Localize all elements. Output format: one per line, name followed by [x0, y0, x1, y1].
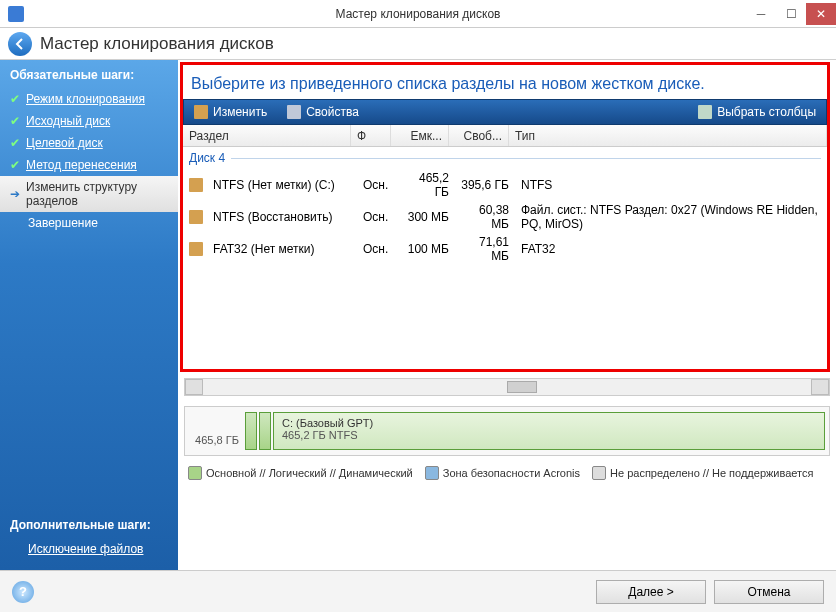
scroll-thumb[interactable]: [507, 381, 537, 393]
cell-name: NTFS (Восстановить): [207, 210, 357, 224]
cell-capacity: 100 МБ: [397, 242, 455, 256]
col-capacity[interactable]: Емк...: [391, 125, 449, 146]
partition-table: Раздел Ф Емк... Своб... Тип Диск 4 NTFS …: [183, 125, 827, 369]
check-icon: ✔: [10, 158, 20, 172]
disk-layout-bar: 465,8 ГБ C: (Базовый GPT) 465,2 ГБ NTFS: [184, 406, 830, 456]
step-label: Исходный диск: [26, 114, 110, 128]
app-icon: [8, 6, 24, 22]
properties-button[interactable]: Свойства: [277, 100, 369, 124]
col-partition[interactable]: Раздел: [183, 125, 351, 146]
legend-acronis-label: Зона безопасности Acronis: [443, 467, 580, 479]
step-label: Метод перенесения: [26, 158, 137, 172]
content-area: Обязательные шаги: ✔ Режим клонирования …: [0, 60, 836, 570]
window-title: Мастер клонирования дисков: [336, 7, 501, 21]
main-panel: Выберите из приведенного списка разделы …: [178, 60, 836, 570]
disk-group-header: Диск 4: [183, 147, 827, 169]
legend-acronis: Зона безопасности Acronis: [425, 466, 580, 480]
pencil-icon: [194, 105, 208, 119]
maximize-button[interactable]: ☐: [776, 3, 806, 25]
step-label: Изменить структуру разделов: [26, 180, 168, 208]
cell-name: FAT32 (Нет метки): [207, 242, 357, 256]
back-button[interactable]: [8, 32, 32, 56]
cell-name: NTFS (Нет метки) (C:): [207, 178, 357, 192]
step-target-disk[interactable]: ✔ Целевой диск: [0, 132, 178, 154]
partition-icon: [189, 210, 203, 224]
partition-segment-small-1[interactable]: [245, 412, 257, 450]
choose-columns-button[interactable]: Выбрать столбцы: [688, 100, 826, 124]
partition-info: 465,2 ГБ NTFS: [282, 429, 358, 441]
swatch-gray-icon: [592, 466, 606, 480]
back-arrow-icon: [13, 37, 27, 51]
partition-icon: [189, 178, 203, 192]
table-row[interactable]: NTFS (Восстановить) Осн. 300 МБ 60,38 МБ…: [183, 201, 827, 233]
disk-total-size: 465,8 ГБ: [189, 416, 245, 446]
legend-unallocated: Не распределено // Не поддерживается: [592, 466, 813, 480]
col-free[interactable]: Своб...: [449, 125, 509, 146]
cell-free: 71,61 МБ: [455, 235, 515, 263]
step-label: Режим клонирования: [26, 92, 145, 106]
columns-icon: [698, 105, 712, 119]
window-controls: ─ ☐ ✕: [746, 3, 836, 25]
partition-segment-small-2[interactable]: [259, 412, 271, 450]
step-label: Исключение файлов: [28, 542, 143, 556]
button-bar: ? Далее > Отмена: [0, 570, 836, 612]
cell-flag: Осн.: [357, 210, 397, 224]
partition-toolbar: Изменить Свойства Выбрать столбцы: [183, 99, 827, 125]
swatch-blue-icon: [425, 466, 439, 480]
step-exclude-files[interactable]: Исключение файлов: [0, 538, 178, 560]
table-row[interactable]: NTFS (Нет метки) (C:) Осн. 465,2 ГБ 395,…: [183, 169, 827, 201]
cell-flag: Осн.: [357, 242, 397, 256]
arrow-right-icon: ➔: [10, 187, 20, 201]
required-steps-title: Обязательные шаги:: [0, 60, 178, 88]
legend-primary-label: Основной // Логический // Динамический: [206, 467, 413, 479]
divider: [231, 158, 821, 159]
highlight-box: Выберите из приведенного списка разделы …: [180, 62, 830, 372]
legend-unallocated-label: Не распределено // Не поддерживается: [610, 467, 813, 479]
sidebar-spacer: [0, 234, 178, 510]
sidebar-bottom: Дополнительные шаги: Исключение файлов: [0, 510, 178, 570]
cancel-button[interactable]: Отмена: [714, 580, 824, 604]
optional-steps-title: Дополнительные шаги:: [0, 510, 178, 538]
table-row[interactable]: FAT32 (Нет метки) Осн. 100 МБ 71,61 МБ F…: [183, 233, 827, 265]
cell-capacity: 465,2 ГБ: [397, 171, 455, 199]
header-bar: Мастер клонирования дисков: [0, 28, 836, 60]
horizontal-scrollbar[interactable]: [184, 378, 830, 396]
step-change-partition-structure[interactable]: ➔ Изменить структуру разделов: [0, 176, 178, 212]
step-label: Завершение: [28, 216, 98, 230]
help-button[interactable]: ?: [12, 581, 34, 603]
table-header: Раздел Ф Емк... Своб... Тип: [183, 125, 827, 147]
page-title: Мастер клонирования дисков: [40, 34, 274, 54]
col-flag[interactable]: Ф: [351, 125, 391, 146]
cell-free: 60,38 МБ: [455, 203, 515, 231]
step-transfer-method[interactable]: ✔ Метод перенесения: [0, 154, 178, 176]
cell-free: 395,6 ГБ: [455, 178, 515, 192]
col-type[interactable]: Тип: [509, 125, 827, 146]
next-button[interactable]: Далее >: [596, 580, 706, 604]
swatch-green-icon: [188, 466, 202, 480]
step-source-disk[interactable]: ✔ Исходный диск: [0, 110, 178, 132]
disk-group-label: Диск 4: [189, 151, 225, 165]
partition-name: C: (Базовый GPT): [282, 417, 816, 429]
properties-label: Свойства: [306, 105, 359, 119]
check-icon: ✔: [10, 136, 20, 150]
step-clone-mode[interactable]: ✔ Режим клонирования: [0, 88, 178, 110]
cell-type: FAT32: [515, 242, 827, 256]
check-icon: ✔: [10, 114, 20, 128]
sidebar: Обязательные шаги: ✔ Режим клонирования …: [0, 60, 178, 570]
edit-label: Изменить: [213, 105, 267, 119]
title-bar: Мастер клонирования дисков ─ ☐ ✕: [0, 0, 836, 28]
edit-button[interactable]: Изменить: [184, 100, 277, 124]
choose-columns-label: Выбрать столбцы: [717, 105, 816, 119]
properties-icon: [287, 105, 301, 119]
cell-capacity: 300 МБ: [397, 210, 455, 224]
cell-flag: Осн.: [357, 178, 397, 192]
legend-primary: Основной // Логический // Динамический: [188, 466, 413, 480]
partition-segment-main[interactable]: C: (Базовый GPT) 465,2 ГБ NTFS: [273, 412, 825, 450]
cell-type: Файл. сист.: NTFS Раздел: 0x27 (Windows …: [515, 203, 827, 231]
step-label: Целевой диск: [26, 136, 103, 150]
close-button[interactable]: ✕: [806, 3, 836, 25]
minimize-button[interactable]: ─: [746, 3, 776, 25]
instruction-text: Выберите из приведенного списка разделы …: [183, 65, 827, 99]
check-icon: ✔: [10, 92, 20, 106]
step-finish[interactable]: Завершение: [0, 212, 178, 234]
